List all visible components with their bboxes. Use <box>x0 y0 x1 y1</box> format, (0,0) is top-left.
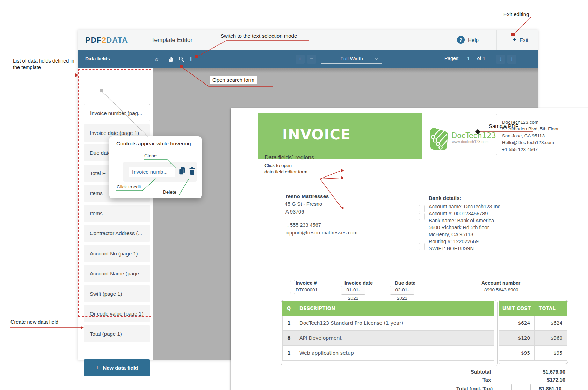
col-header-description: DESCRIPTION <box>295 301 494 316</box>
table-row: 1 DocTech123 Standard Pro License (1 yea… <box>282 316 567 331</box>
company-line: +1 555 123 4567 <box>502 146 588 153</box>
field-item-swift[interactable]: Swift (page 1) <box>84 285 150 302</box>
doctech-logo-url: www.doctech123.com <box>452 140 488 144</box>
pan-tool-button[interactable] <box>166 55 175 64</box>
chevron-down-icon <box>375 58 378 60</box>
cell-qty: 8 <box>282 331 295 346</box>
tooltip-field-card: Invoice numb... <box>123 162 197 182</box>
exit-label: Exit <box>520 37 528 43</box>
sender-street-fragment: 45 G St - Fresno <box>285 201 322 207</box>
field-item-invoice-number[interactable]: Invoice number (pag... <box>84 104 150 121</box>
total-label-region[interactable]: Total (incl. Tax) <box>452 384 512 390</box>
page-title: Template Editor <box>151 37 193 44</box>
company-address-box: DocTech123.com 57 Almaden Blvd, 5th Floo… <box>496 114 588 155</box>
subtotal-value: $1,679.00 <box>495 369 565 375</box>
pages-control: Pages: 1 of 1 <box>444 55 485 62</box>
fields-list-annotation: List of data fields defined in the templ… <box>13 58 76 71</box>
regions-annotation-sub1: Click to open <box>264 163 292 168</box>
zoom-in-button[interactable]: + <box>296 55 305 64</box>
new-data-field-button[interactable]: + New data field <box>84 359 150 376</box>
tax-value: $172.10 <box>495 377 565 383</box>
cell-total: $624 <box>535 316 567 331</box>
region-marker-account-no[interactable] <box>419 213 425 220</box>
bank-line: Bank name: Bank of America <box>429 217 500 224</box>
invoice-banner: INVOICE <box>258 113 422 159</box>
doctech-logo-icon <box>427 125 450 153</box>
cell-unit-cost: $120 <box>499 331 535 346</box>
search-button[interactable] <box>177 55 186 64</box>
data-fields-heading: Data fields: <box>85 56 111 62</box>
invoice-items-table: Q DESCRIPTION UNIT COST TOTAL 1 DocTech1… <box>282 301 567 361</box>
screenshot-canvas: PDF2DATA Template Editor ? Help Exit Dat… <box>0 0 588 390</box>
app-header: PDF2DATA Template Editor ? Help Exit <box>78 30 538 50</box>
due-date-label: Due date <box>395 280 415 286</box>
field-item-account-name[interactable]: Account Name (page... <box>84 265 150 282</box>
help-icon: ? <box>457 36 465 44</box>
sample-pdf-annotation: Sample PDF <box>489 123 518 129</box>
zoom-level-dropdown[interactable]: Full Width <box>321 55 382 64</box>
bank-line: Account #: 000123456789 <box>429 210 500 217</box>
clone-icon[interactable] <box>178 167 186 176</box>
tax-label: Tax <box>421 377 491 383</box>
field-item-total[interactable]: Total (page 1) <box>84 325 150 342</box>
next-page-button[interactable]: ↓ <box>496 55 505 64</box>
cell-total: $95 <box>535 346 567 361</box>
delete-icon[interactable] <box>189 167 196 176</box>
sender-zip-fragment: A 93706 <box>285 209 304 215</box>
field-item-contractor-address[interactable]: Contractor Address (... <box>84 225 150 242</box>
col-header-q: Q <box>282 301 295 316</box>
create-field-annotation: Create new data field <box>10 319 58 325</box>
logo-part-2: 2 <box>102 36 106 44</box>
page-number-input[interactable]: 1 <box>463 55 474 62</box>
field-item-items-2[interactable]: Items <box>84 205 150 222</box>
header-divider <box>446 30 446 50</box>
switch-text-mode-annotation: Switch to the text selection mode <box>220 33 297 39</box>
region-marker-account-name[interactable] <box>419 205 425 212</box>
due-date-region[interactable]: 02-01-2022 <box>390 286 414 295</box>
logo-part-pdf: PDF <box>85 36 102 44</box>
cell-total: $960 <box>535 331 567 346</box>
app-logo: PDF2DATA <box>85 36 128 45</box>
company-line: Hello@DocTech123.com <box>502 139 588 146</box>
exit-button[interactable]: Exit <box>509 30 528 50</box>
bank-line: Account name: DocTech123 Inc <box>429 203 500 210</box>
zoom-level-value: Full Width <box>340 56 363 62</box>
region-marker-swift[interactable] <box>419 243 425 250</box>
text-selection-mode-button[interactable]: T <box>187 55 196 64</box>
invoice-title: INVOICE <box>282 126 351 143</box>
text-caret-bar <box>194 56 195 63</box>
field-item-account-no[interactable]: Account No (page 1) <box>84 245 150 262</box>
cell-description: API Development <box>295 331 494 346</box>
previous-page-button[interactable]: ↑ <box>507 55 516 64</box>
header-divider <box>496 30 497 50</box>
regions-annotation-title: Data fields` regions <box>264 154 314 161</box>
column-gap <box>494 331 499 346</box>
invoice-date-region[interactable]: 01-01-2022 <box>341 286 365 295</box>
field-edit-chip[interactable]: Invoice numb... <box>129 167 175 177</box>
open-search-annotation: Open search form <box>210 76 257 84</box>
help-button[interactable]: ? Help <box>457 30 479 50</box>
total-value-region[interactable]: $1,851.10 <box>530 384 565 390</box>
zoom-out-button[interactable]: − <box>307 55 316 64</box>
hand-icon <box>167 56 174 63</box>
pdf-viewer: INVOICE DocTech123 www.doctech123.com <box>153 68 538 360</box>
edit-annotation-label: Click to edit <box>117 184 141 189</box>
logo-part-data: DATA <box>106 36 128 44</box>
bank-line: Routing #: 122022669 <box>429 238 500 245</box>
cell-unit-cost: $95 <box>499 346 535 361</box>
bank-details-heading: Bank details: <box>429 195 461 201</box>
account-number-value: 8990 5643 8900 <box>484 287 518 292</box>
column-gap <box>494 301 499 316</box>
column-gap <box>494 346 499 361</box>
sender-email-fragment: upport@fresno-mattresses.com <box>286 230 357 236</box>
text-cursor-icon: T <box>189 56 193 62</box>
cell-description: DocTech123 Standard Pro License (1 year) <box>295 316 494 331</box>
collapse-sidebar-button[interactable]: « <box>152 55 161 64</box>
region-marker-invoice-number[interactable] <box>290 280 295 294</box>
cell-unit-cost: $624 <box>499 316 535 331</box>
table-row: 8 API Development $120 $960 <box>282 331 567 346</box>
sender-name-fragment: resno Mattresses <box>286 193 329 199</box>
field-item-qr-code[interactable]: Qr code value (page 1) <box>84 305 150 322</box>
bank-line: 5600 Richpark Rd 5th floor <box>429 224 500 231</box>
tooltip-title: Controls appear while hovering <box>116 140 191 147</box>
